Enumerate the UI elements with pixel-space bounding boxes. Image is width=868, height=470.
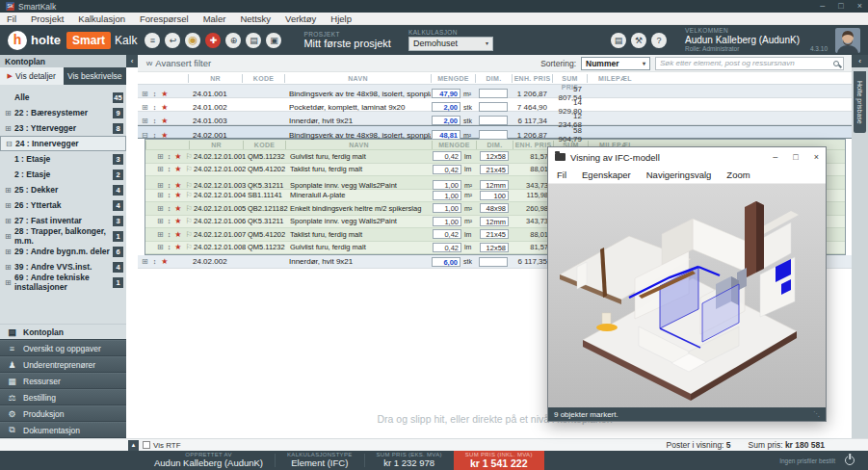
ifc-menu-item[interactable]: Fil [557, 170, 566, 180]
holte-prisbase-tab[interactable]: Holte prisbase [854, 71, 866, 133]
nav-item-produksjon[interactable]: ⚙ Produksjon [0, 405, 126, 422]
move-icon[interactable]: ↕ [168, 205, 171, 212]
nav-item-bestilling[interactable]: ⚖ Bestilling [0, 389, 126, 405]
expand-icon[interactable]: ⊞ [142, 257, 148, 266]
globe-icon[interactable]: ⊕ [225, 33, 241, 48]
maximize-icon[interactable]: □ [793, 152, 798, 162]
expand-icon[interactable]: ⊞ [5, 186, 14, 195]
undo-icon[interactable]: ↩ [165, 33, 180, 48]
tab-vis-beskrivelse[interactable]: Vis beskrivelse [64, 67, 127, 85]
mengde-input[interactable]: 0,42 [433, 243, 461, 252]
column-header[interactable]: MENGDE [431, 74, 475, 83]
move-icon[interactable]: ↕ [153, 258, 157, 265]
move-icon[interactable]: ↕ [168, 244, 171, 250]
move-icon[interactable]: ↕ [168, 153, 171, 160]
save-icon[interactable]: ▣ [266, 33, 281, 48]
dim-input[interactable]: 48x98 [480, 203, 509, 213]
move-icon[interactable]: ↕ [153, 132, 157, 139]
expand-icon[interactable]: ⊞ [142, 103, 148, 112]
move-icon[interactable]: ↕ [153, 104, 157, 111]
expand-icon[interactable]: ⊞ [157, 217, 164, 225]
dim-input[interactable] [479, 257, 508, 267]
dim-input[interactable]: 21x45 [480, 165, 509, 174]
expand-icon[interactable]: ⊞ [5, 232, 14, 241]
tree-item[interactable]: ⊟ 24 : Innervegger [0, 136, 126, 151]
table-row[interactable]: ⊞ ↕ ★ 24.01.003 Innerdør, hvit 9x21 2,00… [138, 112, 852, 125]
menu-item[interactable]: Prosjekt [31, 13, 64, 24]
mengde-input[interactable]: 2,00 [432, 116, 460, 125]
expand-icon[interactable]: ⊞ [157, 181, 164, 190]
ifc-menu-item[interactable]: Navigeringsvalg [646, 170, 712, 180]
ifc-menu-item[interactable]: Egenskaper [582, 170, 631, 180]
star-icon[interactable]: ★ [174, 181, 181, 190]
expand-icon[interactable]: ⊞ [157, 165, 164, 173]
star-icon[interactable]: ★ [174, 152, 181, 161]
minimize-icon[interactable]: – [773, 152, 777, 162]
column-header[interactable]: DIM. [475, 74, 512, 83]
nav-item-oversikt[interactable]: ≡ Oversikt og oppgaver [0, 340, 126, 356]
dim-input[interactable] [479, 130, 508, 140]
star-icon[interactable]: ★ [161, 257, 168, 266]
help-icon[interactable]: ? [651, 33, 667, 48]
expand-icon[interactable]: ⊞ [142, 90, 148, 98]
nav-item-kontoplan[interactable]: ▤ Kontoplan [0, 324, 126, 340]
mengde-input[interactable]: 0,42 [433, 165, 461, 174]
star-icon[interactable]: ★ [174, 165, 181, 173]
power-icon[interactable] [845, 456, 855, 465]
tree-item[interactable]: Alle 45 [0, 90, 126, 105]
menu-item[interactable]: Forespørsel [140, 13, 189, 24]
star-icon[interactable]: ★ [174, 204, 181, 213]
mengde-input[interactable]: 0,42 [433, 229, 461, 239]
tree-item[interactable]: ⊞ 28 : Trapper, balkonger, m.m. 1 [0, 228, 126, 244]
expand-icon[interactable]: ⊞ [5, 124, 14, 133]
column-header[interactable]: MENGDE [432, 141, 476, 149]
star-icon[interactable]: ★ [161, 103, 168, 112]
library-icon[interactable]: ≡ [145, 33, 160, 48]
mengde-input[interactable]: 48,81 [432, 130, 460, 140]
tree-item[interactable]: ⊞ 26 : Yttertak 4 [0, 197, 126, 213]
table-row[interactable]: ⊞ ↕ ★ 24.01.001 Bindingsverk av tre 48x9… [138, 85, 852, 98]
dim-input[interactable]: 12mm [480, 217, 509, 226]
tree-item[interactable]: ⊞ 23 : Yttervegger 8 [0, 120, 126, 136]
dim-input[interactable] [479, 102, 508, 112]
mengde-input[interactable]: 6,00 [432, 257, 460, 267]
column-header[interactable]: DIM. [476, 141, 513, 149]
table-row[interactable]: ⊟ ↕ ★ 24.02.001 Bindingsverk av tre 48x9… [138, 125, 852, 139]
mengde-input[interactable]: 1,00 [433, 203, 461, 213]
column-header[interactable]: MILEPÆL [587, 74, 643, 83]
star-icon[interactable]: ★ [174, 191, 181, 199]
resize-grip-icon[interactable]: ⋱ [813, 410, 820, 418]
right-panel-collapse-button[interactable]: ‹ [852, 55, 868, 67]
collapse-up-button[interactable]: ▲ [128, 440, 139, 451]
star-icon[interactable]: ★ [161, 90, 168, 98]
tree-item[interactable]: ⊞ 25 : Dekker 4 [0, 182, 126, 197]
mengde-input[interactable]: 1,00 [433, 191, 461, 200]
ifc-menu-item[interactable]: Zoom [726, 170, 750, 180]
tools-icon[interactable]: ⚒ [631, 33, 646, 48]
column-header[interactable]: NAVN [285, 141, 432, 149]
move-icon[interactable]: ↕ [168, 218, 171, 224]
move-icon[interactable]: ↕ [153, 118, 157, 124]
star-icon[interactable]: ★ [174, 230, 181, 239]
column-header[interactable]: KODE [243, 141, 285, 149]
kalkulasjon-select[interactable]: Demohuset ▾ [408, 37, 493, 51]
column-header[interactable]: NR [188, 74, 242, 83]
mengde-input[interactable]: 2,00 [432, 102, 460, 112]
tree-item[interactable]: ⊞ 22 : Bæresystemer 9 [0, 105, 126, 120]
ifc-3d-viewport[interactable] [548, 184, 826, 407]
move-icon[interactable]: ↕ [168, 192, 171, 198]
expand-icon[interactable]: ⊞ [157, 230, 164, 239]
close-icon[interactable]: × [814, 152, 819, 162]
minimize-icon[interactable]: – [820, 0, 825, 13]
expand-icon[interactable]: ⊞ [5, 278, 14, 287]
dim-input[interactable]: 21x45 [480, 229, 509, 239]
move-icon[interactable]: ↕ [168, 182, 171, 189]
expand-icon[interactable]: ⊞ [5, 217, 14, 225]
search-input[interactable] [660, 59, 830, 67]
move-icon[interactable]: ↕ [168, 166, 171, 172]
move-icon[interactable]: ↕ [168, 231, 171, 238]
column-header[interactable]: SUM PRIS [552, 74, 587, 83]
visrtf-checkbox[interactable] [143, 441, 150, 449]
expand-icon[interactable]: ⊞ [142, 117, 148, 125]
star-icon[interactable]: ★ [174, 217, 181, 225]
